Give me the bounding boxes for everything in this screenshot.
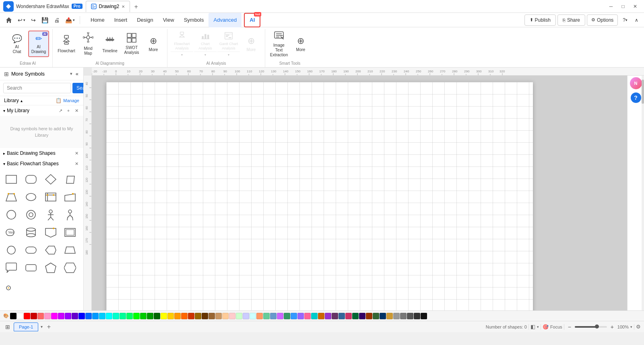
shape-circle-2[interactable] — [3, 242, 19, 258]
color-swatch[interactable] — [58, 313, 64, 319]
color-swatch[interactable] — [24, 313, 30, 319]
chart-analysis-btn[interactable]: ChartAnalysis ▾ — [194, 31, 217, 58]
search-btn[interactable]: Search — [72, 83, 84, 93]
menu-design[interactable]: Design — [132, 13, 158, 27]
ai-drawing-btn[interactable]: ✏ AIDrawing AI — [28, 31, 49, 57]
ai-chat-btn[interactable]: 💬 AIChat — [6, 31, 27, 57]
flowchart-analysis-btn[interactable]: FlowchartAnalysis ▾ — [171, 31, 193, 58]
shape-rounded-rect-2[interactable] — [23, 242, 39, 258]
my-library-external-icon[interactable]: ↗ — [57, 107, 64, 114]
shape-hexagon[interactable] — [62, 260, 78, 276]
shape-speech-bubble[interactable] — [3, 260, 19, 276]
zoom-slider[interactable] — [575, 326, 607, 328]
shape-small-circle[interactable] — [3, 277, 19, 294]
color-swatch[interactable] — [332, 313, 338, 319]
color-swatch[interactable] — [311, 313, 318, 319]
color-swatch[interactable] — [17, 313, 23, 319]
zoom-in-btn[interactable]: + — [609, 323, 616, 331]
color-swatch[interactable] — [92, 313, 99, 319]
color-swatch[interactable] — [345, 313, 352, 319]
color-swatch[interactable] — [229, 313, 235, 319]
color-swatch[interactable] — [325, 313, 331, 319]
shape-person-2[interactable] — [62, 207, 78, 223]
shape-irregular-1[interactable] — [43, 242, 59, 258]
minimize-btn[interactable]: ─ — [605, 2, 617, 11]
color-swatch[interactable] — [222, 313, 229, 319]
color-swatch[interactable] — [208, 313, 215, 319]
shape-off-page[interactable] — [43, 224, 59, 240]
color-swatch[interactable] — [284, 313, 290, 319]
shape-manual-input[interactable] — [62, 189, 78, 205]
shape-rounded-rect[interactable] — [23, 171, 39, 187]
color-swatch[interactable] — [51, 313, 58, 319]
timeline-btn[interactable]: Timeline — [99, 31, 120, 57]
options-btn[interactable]: ⚙ Options — [587, 14, 618, 26]
color-swatch[interactable] — [188, 313, 194, 319]
menu-view[interactable]: View — [158, 13, 179, 27]
my-library-header[interactable]: ▾ My Library ↗ + ✕ — [0, 105, 83, 116]
color-swatch[interactable] — [10, 313, 17, 319]
color-swatch[interactable] — [181, 313, 188, 319]
close-btn[interactable]: ✕ — [630, 2, 641, 11]
menu-advanced[interactable]: Advanced — [208, 13, 242, 27]
color-swatch[interactable] — [44, 313, 51, 319]
canvas-page[interactable] — [106, 82, 533, 310]
tab-close[interactable]: ✕ — [122, 4, 125, 9]
active-tab[interactable]: Drawing2 ✕ — [86, 1, 130, 12]
color-swatch[interactable] — [243, 313, 249, 319]
color-swatch[interactable] — [113, 313, 119, 319]
print-btn[interactable]: 🖨 — [52, 15, 62, 25]
maximize-btn[interactable]: □ — [617, 2, 629, 11]
color-swatch[interactable] — [120, 313, 126, 319]
color-swatch[interactable] — [154, 313, 160, 319]
color-swatch[interactable] — [174, 313, 181, 319]
color-swatch[interactable] — [400, 313, 407, 319]
basic-drawing-close-icon[interactable]: ✕ — [73, 150, 80, 157]
color-picker-btn[interactable]: 🎨 — [2, 312, 10, 320]
v-scrollbar-thumb[interactable] — [642, 80, 644, 104]
share-btn[interactable]: ⎘ Share — [557, 14, 585, 26]
user-avatar[interactable]: N — [630, 77, 642, 89]
color-swatch[interactable] — [380, 313, 386, 319]
menu-home[interactable]: Home — [86, 13, 109, 27]
color-swatch[interactable] — [195, 313, 201, 319]
menu-symbols[interactable]: Symbols — [179, 13, 209, 27]
color-swatch[interactable] — [366, 313, 372, 319]
color-swatch[interactable] — [126, 313, 133, 319]
redo-btn[interactable]: ↪ — [29, 15, 38, 25]
swot-btn[interactable]: SWOTAnalysis — [121, 31, 142, 57]
basic-drawing-shapes-header[interactable]: ▸ Basic Drawing Shapes ✕ — [0, 148, 83, 158]
settings-icon[interactable]: ⚙ — [636, 324, 641, 330]
color-swatch[interactable] — [72, 313, 78, 319]
color-swatch[interactable] — [277, 313, 283, 319]
page-layout-btn[interactable]: ⊞ — [3, 322, 12, 331]
layers-arrow-icon[interactable]: ▾ — [537, 325, 539, 329]
color-swatch[interactable] — [414, 313, 420, 319]
v-scrollbar[interactable] — [642, 76, 644, 310]
color-swatch[interactable] — [270, 313, 277, 319]
color-swatch[interactable] — [78, 313, 85, 319]
color-swatch[interactable] — [291, 313, 297, 319]
shape-oval[interactable] — [23, 189, 39, 205]
color-swatch[interactable] — [147, 313, 153, 319]
more-smart-tools-btn[interactable]: ⊕ More — [290, 31, 311, 57]
add-page-btn[interactable]: + — [44, 322, 53, 331]
color-swatch[interactable] — [263, 313, 270, 319]
color-swatch[interactable] — [140, 313, 147, 319]
home-icon-btn[interactable] — [3, 14, 14, 26]
my-library-add-icon[interactable]: + — [65, 107, 72, 114]
publish-btn[interactable]: ⬆ Publish — [524, 14, 556, 26]
more-analysis-btn[interactable]: ⊕ More — [241, 31, 262, 57]
color-swatch[interactable] — [161, 313, 167, 319]
gantt-analysis-btn[interactable]: Gantt ChartAnalysis ▾ — [217, 31, 240, 58]
more-diagramming-btn[interactable]: ⊕ More — [143, 31, 164, 57]
help-btn[interactable]: ? ▾ — [619, 14, 631, 26]
basic-flowchart-close-icon[interactable]: ✕ — [73, 160, 80, 167]
search-input[interactable] — [3, 83, 71, 93]
mind-map-btn[interactable]: MindMap — [78, 31, 99, 57]
color-swatch[interactable] — [37, 313, 44, 319]
ai-tab[interactable]: AI hot — [244, 13, 260, 27]
color-swatch[interactable] — [31, 313, 37, 319]
new-tab-btn[interactable]: + — [131, 2, 141, 12]
collapse-ribbon-btn[interactable]: ∧ — [632, 14, 641, 26]
